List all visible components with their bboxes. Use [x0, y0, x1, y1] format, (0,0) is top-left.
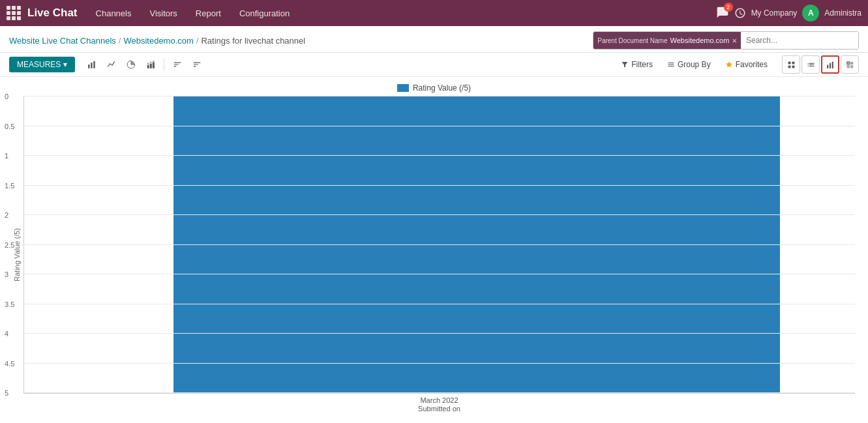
grid-line [24, 155, 855, 156]
svg-rect-7 [153, 63, 155, 68]
list-view-btn[interactable] [801, 55, 820, 74]
nav-visitors[interactable]: Visitors [140, 0, 186, 26]
grid-line [24, 363, 855, 364]
chart-inner: 00.511.522.533.544.55 March 2022 Submitt… [23, 96, 855, 413]
y-tick-label: 2 [5, 211, 8, 219]
y-tick-label: 1 [5, 152, 8, 160]
y-tick-label: 4 [5, 330, 8, 338]
svg-rect-2 [94, 61, 95, 68]
groupby-label: Group By [678, 60, 711, 69]
kanban-view-btn[interactable] [782, 55, 800, 74]
breadcrumb-sep1: / [119, 36, 121, 46]
y-tick-label: 3.5 [5, 300, 14, 308]
svg-rect-13 [827, 65, 828, 68]
bar-container [173, 96, 780, 393]
x-axis: March 2022 Submitted on [23, 394, 855, 413]
chart-wrapper: Rating Value (/5) 00.511.522.533.544.55 … [13, 96, 855, 413]
username: Administra [824, 8, 861, 18]
toolbar: MEASURES ▾ [0, 53, 868, 77]
svg-rect-0 [89, 65, 90, 68]
chat-badge: 2 [724, 3, 733, 12]
favorites-label: Favorites [736, 60, 768, 69]
svg-rect-5 [150, 64, 152, 68]
grid-line [24, 214, 855, 215]
grid-line [24, 96, 855, 96]
line-chart-icon-btn[interactable] [102, 55, 121, 74]
chart-type-icons [83, 55, 206, 74]
measures-chevron: ▾ [63, 60, 67, 69]
svg-rect-15 [831, 61, 833, 68]
legend-label: Rating Value (/5) [413, 83, 471, 93]
y-tick-label: 0 [5, 93, 8, 100]
grid-line [24, 126, 855, 126]
svg-rect-3 [147, 65, 149, 68]
grid-line [24, 304, 855, 304]
legend-color-swatch [397, 84, 409, 92]
measures-button[interactable]: MEASURES ▾ [9, 57, 75, 72]
pivot-view-btn[interactable] [841, 55, 859, 74]
y-tick-label: 5 [5, 389, 8, 397]
svg-rect-8 [153, 61, 155, 62]
barchart-view-btn[interactable] [821, 55, 839, 74]
chart-grid: 00.511.522.533.544.55 [23, 96, 855, 394]
svg-rect-11 [788, 65, 790, 68]
stacked-bar-icon-btn[interactable] [142, 55, 160, 74]
clock-icon[interactable] [734, 7, 746, 19]
y-tick-label: 3 [5, 270, 8, 278]
apps-menu-icon[interactable] [7, 6, 21, 20]
topnav-right: 2 My Company A Administra [716, 5, 861, 22]
bar-chart-icon-btn[interactable] [83, 55, 101, 74]
company-name: My Company [751, 8, 798, 18]
y-tick-label: 0.5 [5, 123, 14, 130]
grid-line [24, 274, 855, 274]
app-brand: Live Chat [27, 7, 78, 20]
x-axis-month: March 2022 [23, 396, 855, 404]
svg-rect-12 [792, 65, 794, 68]
chart-area: Rating Value (/5) Rating Value (/5) 00.5… [0, 77, 868, 419]
filters-label: Filters [631, 60, 653, 69]
grid-line [24, 244, 855, 245]
breadcrumb-part3: Ratings for livechat channel [201, 36, 305, 46]
topnav-menu: Channels Visitors Report Configuration [87, 0, 299, 26]
x-axis-sub: Submitted on [23, 405, 855, 413]
favorites-button[interactable]: Favorites [720, 57, 773, 72]
grid-line [24, 185, 855, 186]
filter-tag-close[interactable]: × [732, 36, 737, 46]
y-axis-label: Rating Value (/5) [13, 228, 21, 282]
svg-rect-10 [792, 61, 794, 64]
view-buttons [782, 55, 859, 74]
svg-rect-1 [91, 63, 93, 68]
pie-chart-icon-btn[interactable] [122, 55, 140, 74]
sort-asc-icon-btn[interactable] [168, 55, 187, 74]
breadcrumb-part1[interactable]: Website Live Chat Channels [9, 36, 116, 46]
grid-line [24, 392, 855, 393]
nav-configuration[interactable]: Configuration [230, 0, 299, 26]
avatar[interactable]: A [802, 5, 819, 22]
main-bar [173, 96, 780, 393]
y-tick-label: 2.5 [5, 241, 14, 249]
groupby-button[interactable]: Group By [662, 57, 716, 72]
toolbar-separator-1 [164, 58, 164, 71]
nav-channels[interactable]: Channels [87, 0, 141, 26]
svg-rect-14 [829, 63, 830, 68]
toolbar-right: Filters Group By Favorites [616, 55, 859, 74]
search-input[interactable] [741, 32, 858, 49]
filter-tag-value: Websitedemo.com [670, 36, 730, 44]
topnav: Live Chat Channels Visitors Report Confi… [0, 0, 868, 26]
sort-desc-icon-btn[interactable] [188, 55, 206, 74]
search-bar: Parent Document Name Websitedemo.com × [593, 31, 859, 50]
measures-label: MEASURES [17, 60, 61, 69]
chart-legend: Rating Value (/5) [13, 83, 855, 93]
filter-tag-label: Parent Document Name [597, 37, 667, 44]
filters-button[interactable]: Filters [616, 57, 658, 72]
svg-rect-9 [788, 61, 790, 64]
svg-rect-6 [150, 62, 152, 63]
breadcrumb-sep2: / [196, 36, 199, 46]
breadcrumb-part2[interactable]: Websitedemo.com [123, 36, 193, 46]
y-tick-label: 4.5 [5, 360, 14, 368]
nav-report[interactable]: Report [187, 0, 230, 26]
chat-icon[interactable]: 2 [716, 6, 729, 21]
subheader: Website Live Chat Channels / Websitedemo… [0, 26, 868, 53]
svg-rect-4 [147, 63, 149, 65]
grid-line [24, 333, 855, 334]
